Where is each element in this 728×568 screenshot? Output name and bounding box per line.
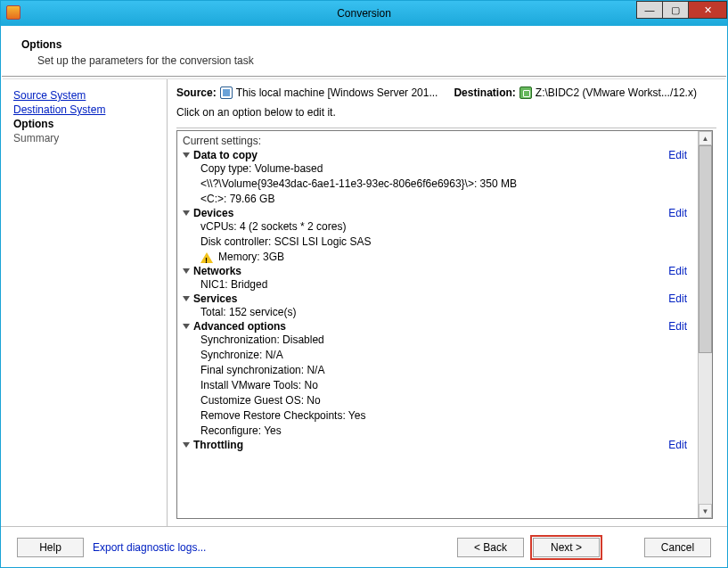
- scroll-track[interactable]: [699, 145, 712, 504]
- warning-icon: [200, 252, 213, 263]
- section-title: Devices: [193, 207, 668, 219]
- disclosure-triangle-icon[interactable]: [183, 442, 190, 448]
- export-logs-link[interactable]: Export diagnostic logs...: [93, 541, 206, 554]
- edit-link[interactable]: Edit: [668, 149, 691, 161]
- wizard-step-options: Options: [13, 117, 167, 131]
- section-services[interactable]: ServicesEdit: [181, 292, 698, 305]
- scroll-down-button[interactable]: ▼: [699, 504, 712, 518]
- minimize-button[interactable]: —: [636, 1, 663, 19]
- edit-link[interactable]: Edit: [668, 320, 691, 333]
- source-value: This local machine [Windows Server 201..…: [236, 86, 438, 99]
- wizard-step-destination-system[interactable]: Destination System: [13, 103, 167, 117]
- window-controls: — ▢ ✕: [637, 1, 727, 19]
- wizard-step-summary: Summary: [13, 131, 167, 145]
- section-throttling[interactable]: ThrottlingEdit: [181, 439, 698, 451]
- section-title: Networks: [193, 265, 668, 277]
- vm-icon: [519, 86, 532, 99]
- section-item: NIC1: Bridged: [181, 277, 698, 292]
- wizard-step-source-system[interactable]: Source System: [13, 88, 167, 103]
- page-title: Options: [21, 38, 707, 51]
- next-button[interactable]: Next >: [533, 538, 600, 557]
- main-area: Source SystemDestination SystemOptionsSu…: [3, 78, 725, 526]
- edit-link[interactable]: Edit: [668, 292, 691, 305]
- source-destination-row: Source: This local machine [Windows Serv…: [176, 81, 724, 103]
- edit-link[interactable]: Edit: [668, 207, 691, 219]
- wizard-sidebar: Source SystemDestination SystemOptionsSu…: [3, 79, 168, 526]
- section-item: Install VMware Tools: No: [181, 378, 698, 393]
- destination-label: Destination:: [454, 86, 515, 99]
- section-item: Reconfigure: Yes: [181, 424, 698, 439]
- window-title: Conversion: [337, 7, 391, 20]
- section-item: Total: 152 service(s): [181, 305, 698, 320]
- scrollbar[interactable]: ▲ ▼: [698, 131, 712, 518]
- page-subtitle: Set up the parameters for the conversion…: [21, 54, 707, 67]
- section-data-to-copy[interactable]: Data to copyEdit: [181, 149, 698, 161]
- section-item: Customize Guest OS: No: [181, 393, 698, 408]
- content-pane: Source: This local machine [Windows Serv…: [168, 79, 725, 526]
- settings-list: Current settings: Data to copyEditCopy t…: [176, 130, 713, 519]
- section-item: <\\?\Volume{93e43dac-6ae1-11e3-93ec-806e…: [181, 177, 698, 192]
- section-item: <C:>: 79.66 GB: [181, 192, 698, 207]
- section-item: Synchronize: N/A: [181, 348, 698, 363]
- section-item: Disk controller: SCSI LSI Logic SAS: [181, 235, 698, 250]
- current-settings-label: Current settings:: [181, 133, 698, 149]
- app-icon: [6, 5, 20, 20]
- section-networks[interactable]: NetworksEdit: [181, 265, 698, 277]
- close-button[interactable]: ✕: [688, 1, 727, 19]
- section-item: vCPUs: 4 (2 sockets * 2 cores): [181, 219, 698, 235]
- back-button[interactable]: < Back: [457, 538, 524, 557]
- section-title: Throttling: [193, 439, 668, 451]
- hint-text: Click on an option below to edit it.: [176, 103, 716, 128]
- section-title: Data to copy: [193, 149, 668, 161]
- section-advanced-options[interactable]: Advanced optionsEdit: [181, 320, 698, 333]
- computer-icon: [220, 86, 233, 99]
- maximize-button[interactable]: ▢: [662, 1, 689, 19]
- edit-link[interactable]: Edit: [668, 265, 691, 277]
- scroll-thumb[interactable]: [699, 145, 712, 353]
- cancel-button[interactable]: Cancel: [644, 538, 711, 557]
- section-item: Final synchronization: N/A: [181, 363, 698, 378]
- section-title: Advanced options: [193, 320, 668, 333]
- disclosure-triangle-icon[interactable]: [183, 296, 190, 301]
- section-item: Memory: 3GB: [181, 250, 698, 265]
- disclosure-triangle-icon[interactable]: [183, 324, 190, 329]
- disclosure-triangle-icon[interactable]: [183, 210, 190, 216]
- edit-link[interactable]: Edit: [668, 439, 691, 451]
- scroll-up-button[interactable]: ▲: [699, 131, 712, 145]
- source-label: Source:: [176, 86, 217, 99]
- disclosure-triangle-icon[interactable]: [183, 152, 190, 158]
- section-title: Services: [193, 292, 668, 305]
- header-panel: Options Set up the parameters for the co…: [2, 26, 726, 77]
- section-devices[interactable]: DevicesEdit: [181, 207, 698, 219]
- section-item: Remove Restore Checkpoints: Yes: [181, 408, 698, 424]
- help-button[interactable]: Help: [17, 538, 84, 557]
- section-item: Synchronization: Disabled: [181, 333, 698, 348]
- disclosure-triangle-icon[interactable]: [183, 268, 190, 274]
- titlebar: Conversion — ▢ ✕: [1, 1, 727, 26]
- section-item-text: Memory: 3GB: [218, 250, 284, 265]
- destination-value: Z:\BIDC2 (VMware Workst.../12.x): [536, 86, 697, 99]
- footer: Help Export diagnostic logs... < Back Ne…: [1, 526, 727, 567]
- section-item: Copy type: Volume-based: [181, 161, 698, 177]
